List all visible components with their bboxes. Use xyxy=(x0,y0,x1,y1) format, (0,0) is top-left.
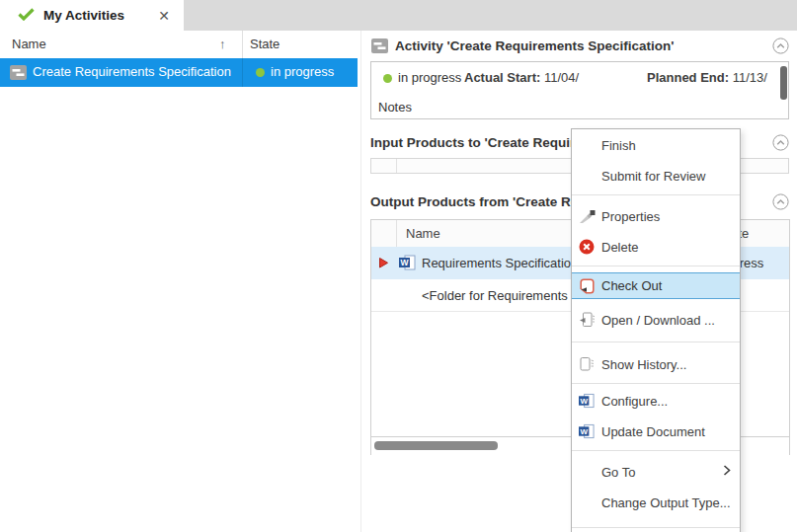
collapse-chevron-icon[interactable] xyxy=(772,193,789,210)
column-divider xyxy=(396,159,397,173)
tab-label: My Activities xyxy=(43,8,124,23)
check-out-icon xyxy=(578,277,596,295)
menu-item-configure[interactable]: W Configure... xyxy=(572,387,740,415)
menu-separator xyxy=(572,266,740,266)
word-document-icon: W xyxy=(578,392,596,410)
column-header-name[interactable]: Name xyxy=(406,226,440,241)
menu-item-check-out[interactable]: Check Out xyxy=(572,272,740,299)
collapse-chevron-icon[interactable] xyxy=(772,38,789,54)
menu-item-finish[interactable]: Finish xyxy=(572,131,740,159)
column-divider xyxy=(242,31,243,58)
svg-text:W: W xyxy=(580,397,588,406)
panel-divider xyxy=(360,31,361,532)
actual-start: Actual Start: 11/04/ xyxy=(464,70,579,85)
status-dot xyxy=(256,68,265,77)
status-state: in progress xyxy=(398,70,461,85)
check-icon xyxy=(18,8,35,24)
status-dot xyxy=(383,74,392,83)
word-document-icon: W xyxy=(578,422,596,440)
activity-icon xyxy=(10,65,27,83)
column-header-name[interactable]: Name xyxy=(12,37,46,51)
column-divider xyxy=(396,220,397,247)
activity-status-box: in progress Actual Start: 11/04/ Planned… xyxy=(370,61,789,119)
menu-item-show-history[interactable]: Show History... xyxy=(572,350,740,378)
menu-separator xyxy=(572,342,740,342)
tab-close-icon[interactable]: ✕ xyxy=(158,9,170,23)
tab-bar: My Activities ✕ xyxy=(0,0,797,31)
context-menu: Finish Submit for Review Properties Dele… xyxy=(571,128,741,532)
activity-row-selected[interactable]: Create Requirements Specification in pro… xyxy=(0,58,358,87)
output-name: Requirements Specification xyxy=(422,256,578,270)
notes-label: Notes xyxy=(378,100,412,114)
activity-name: Create Requirements Specification xyxy=(33,64,231,79)
menu-separator xyxy=(572,527,740,528)
menu-item-update-document[interactable]: W Update Document xyxy=(572,418,740,445)
collapse-chevron-icon[interactable] xyxy=(772,134,789,151)
menu-separator xyxy=(572,194,740,195)
show-history-icon xyxy=(578,355,596,373)
submenu-arrow-icon xyxy=(723,465,731,480)
app-window: My Activities ✕ Name ↑ State Create Requ… xyxy=(0,0,797,532)
menu-item-delete[interactable]: Delete xyxy=(572,233,740,261)
menu-item-open-download[interactable]: Open / Download ... xyxy=(572,306,740,334)
current-item-marker-icon xyxy=(378,257,389,272)
menu-item-submit-for-review[interactable]: Submit for Review xyxy=(572,162,740,190)
svg-text:W: W xyxy=(580,427,588,436)
column-header-state[interactable]: State xyxy=(250,37,279,51)
activity-state: in progress xyxy=(271,64,334,79)
menu-item-change-output-type[interactable]: Change Output Type... xyxy=(572,489,740,516)
column-divider xyxy=(242,58,243,87)
menu-item-properties[interactable]: Properties xyxy=(572,202,740,230)
properties-icon xyxy=(578,207,596,225)
word-document-icon: W xyxy=(399,255,416,273)
tab-my-activities[interactable]: My Activities ✕ xyxy=(0,0,184,31)
detail-section-title: Activity 'Create Requirements Specificat… xyxy=(395,38,675,53)
delete-icon xyxy=(578,238,596,256)
menu-separator xyxy=(572,383,740,384)
horizontal-scrollbar-thumb[interactable] xyxy=(374,441,498,450)
menu-separator xyxy=(572,450,740,451)
open-download-icon xyxy=(578,311,596,329)
menu-item-go-to[interactable]: Go To xyxy=(572,458,740,486)
activities-table-header: Name ↑ State xyxy=(0,31,358,59)
vertical-scrollbar-thumb[interactable] xyxy=(780,66,787,100)
activity-icon xyxy=(371,38,388,56)
planned-end: Planned End: 11/13/ xyxy=(647,70,767,85)
svg-text:W: W xyxy=(400,258,409,267)
sort-ascending-icon[interactable]: ↑ xyxy=(219,37,226,51)
